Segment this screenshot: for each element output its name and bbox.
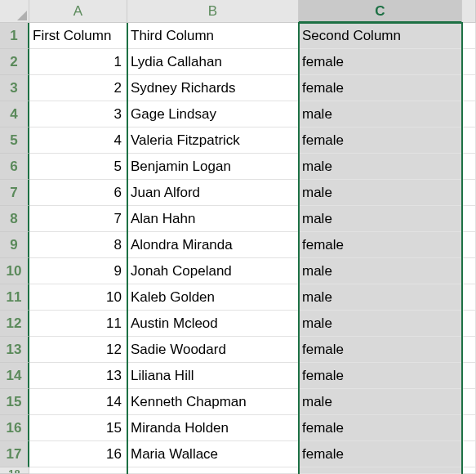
- cell[interactable]: [462, 127, 476, 154]
- cell[interactable]: Juan Alford: [127, 180, 299, 206]
- svg-marker-0: [17, 11, 27, 20]
- cell[interactable]: Alondra Miranda: [127, 232, 299, 258]
- cell[interactable]: Jonah Copeland: [127, 258, 299, 284]
- cell[interactable]: 3: [29, 101, 127, 127]
- cell[interactable]: [462, 101, 476, 127]
- cell[interactable]: First Column: [29, 23, 127, 49]
- column-header-d[interactable]: [462, 0, 476, 23]
- row-header[interactable]: 10: [0, 258, 29, 284]
- cell[interactable]: 8: [29, 232, 127, 258]
- cell[interactable]: female: [299, 75, 462, 101]
- cell[interactable]: [462, 75, 476, 101]
- cell[interactable]: Second Column: [299, 23, 462, 49]
- row-header[interactable]: 16: [0, 415, 29, 441]
- row-header[interactable]: 13: [0, 337, 29, 363]
- cell[interactable]: female: [299, 232, 462, 258]
- cell[interactable]: 1: [29, 49, 127, 75]
- cell[interactable]: [462, 206, 476, 232]
- cell[interactable]: 11: [29, 311, 127, 337]
- row-header[interactable]: 4: [0, 101, 29, 127]
- cell[interactable]: Lydia Callahan: [127, 49, 299, 75]
- cell[interactable]: 10: [29, 284, 127, 311]
- cell[interactable]: Sydney Richards: [127, 75, 299, 101]
- cell[interactable]: [462, 23, 476, 49]
- column-header-a[interactable]: A: [29, 0, 127, 23]
- row-header[interactable]: 15: [0, 389, 29, 415]
- row-header[interactable]: 18: [0, 467, 29, 474]
- cell[interactable]: [462, 441, 476, 467]
- row-header[interactable]: 5: [0, 127, 29, 154]
- cell[interactable]: Gage Lindsay: [127, 101, 299, 127]
- cell[interactable]: [299, 467, 462, 474]
- cell[interactable]: 14: [29, 389, 127, 415]
- cell[interactable]: Kenneth Chapman: [127, 389, 299, 415]
- cell[interactable]: 9: [29, 258, 127, 284]
- cell[interactable]: 12: [29, 337, 127, 363]
- cell[interactable]: [462, 311, 476, 337]
- cell[interactable]: [462, 232, 476, 258]
- cell[interactable]: [462, 49, 476, 75]
- cell[interactable]: [462, 154, 476, 180]
- row-header[interactable]: 1: [0, 23, 29, 49]
- cell[interactable]: 5: [29, 154, 127, 180]
- cell[interactable]: Miranda Holden: [127, 415, 299, 441]
- cell[interactable]: Alan Hahn: [127, 206, 299, 232]
- row-header[interactable]: 7: [0, 180, 29, 206]
- cell[interactable]: 15: [29, 415, 127, 441]
- row-header[interactable]: 2: [0, 49, 29, 75]
- cell[interactable]: [462, 180, 476, 206]
- cell[interactable]: male: [299, 101, 462, 127]
- row-header[interactable]: 8: [0, 206, 29, 232]
- row-header[interactable]: 3: [0, 75, 29, 101]
- cell[interactable]: [462, 337, 476, 363]
- cell[interactable]: [462, 415, 476, 441]
- cell[interactable]: male: [299, 258, 462, 284]
- cell[interactable]: Kaleb Golden: [127, 284, 299, 311]
- cell[interactable]: [462, 389, 476, 415]
- cell[interactable]: Austin Mcleod: [127, 311, 299, 337]
- cell[interactable]: female: [299, 363, 462, 389]
- row-header[interactable]: 14: [0, 363, 29, 389]
- cell[interactable]: female: [299, 49, 462, 75]
- row-header[interactable]: 11: [0, 284, 29, 311]
- cell[interactable]: Third Column: [127, 23, 299, 49]
- row-header[interactable]: 9: [0, 232, 29, 258]
- column-header-b[interactable]: B: [127, 0, 299, 23]
- cell[interactable]: Maria Wallace: [127, 441, 299, 467]
- select-all-corner[interactable]: [0, 0, 29, 23]
- cell[interactable]: Benjamin Logan: [127, 154, 299, 180]
- cell[interactable]: male: [299, 180, 462, 206]
- row-header[interactable]: 6: [0, 154, 29, 180]
- cell[interactable]: female: [299, 127, 462, 154]
- cell[interactable]: Sadie Woodard: [127, 337, 299, 363]
- cell[interactable]: [29, 467, 127, 474]
- cell[interactable]: [462, 363, 476, 389]
- cell[interactable]: Liliana Hill: [127, 363, 299, 389]
- cell[interactable]: male: [299, 206, 462, 232]
- cell[interactable]: Valeria Fitzpatrick: [127, 127, 299, 154]
- cell[interactable]: female: [299, 441, 462, 467]
- cell[interactable]: male: [299, 311, 462, 337]
- column-header-c[interactable]: C: [299, 0, 462, 23]
- cell[interactable]: male: [299, 154, 462, 180]
- cell[interactable]: 16: [29, 441, 127, 467]
- cell[interactable]: 2: [29, 75, 127, 101]
- row-header[interactable]: 12: [0, 311, 29, 337]
- cell[interactable]: 13: [29, 363, 127, 389]
- cell[interactable]: 6: [29, 180, 127, 206]
- cell[interactable]: male: [299, 284, 462, 311]
- cell[interactable]: [462, 467, 476, 474]
- cell[interactable]: male: [299, 389, 462, 415]
- cell[interactable]: 4: [29, 127, 127, 154]
- spreadsheet-grid[interactable]: A B C 1 First Column Third Column Second…: [0, 0, 476, 474]
- cell[interactable]: 7: [29, 206, 127, 232]
- cell[interactable]: [127, 467, 299, 474]
- row-header[interactable]: 17: [0, 441, 29, 467]
- cell[interactable]: female: [299, 415, 462, 441]
- cell[interactable]: female: [299, 337, 462, 363]
- cell[interactable]: [462, 284, 476, 311]
- cell[interactable]: [462, 258, 476, 284]
